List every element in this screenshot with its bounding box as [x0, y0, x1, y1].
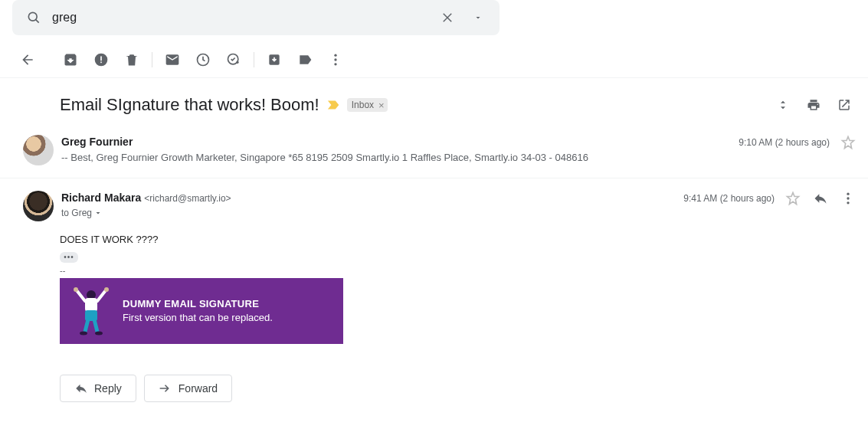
reply-button-label: Reply — [94, 382, 122, 395]
forward-button[interactable]: Forward — [144, 375, 232, 402]
signature-illustration — [72, 286, 110, 336]
email-subject: Email SIgnature that works! Boom! — [60, 95, 319, 115]
show-trimmed-content-button[interactable]: ••• — [60, 252, 78, 263]
toolbar-separator — [152, 52, 152, 67]
recipient-line[interactable]: to Greg — [61, 208, 856, 218]
svg-rect-5 — [100, 56, 102, 61]
avatar — [23, 135, 54, 165]
search-bar[interactable] — [12, 0, 500, 35]
important-marker-icon[interactable] — [327, 100, 341, 110]
reply-button[interactable]: Reply — [60, 375, 136, 402]
svg-point-21 — [80, 332, 87, 336]
labels-button[interactable] — [290, 44, 320, 75]
svg-point-15 — [847, 201, 849, 204]
message-time: 9:10 AM (2 hours ago) — [739, 137, 830, 148]
email-signature: DUMMY EMAIL SIGNATURE First version that… — [60, 278, 343, 344]
delete-button[interactable] — [116, 44, 147, 75]
remove-label-icon[interactable]: × — [377, 100, 386, 111]
toolbar — [0, 41, 868, 78]
forward-button-label: Forward — [179, 382, 218, 395]
open-new-window-button[interactable] — [833, 93, 856, 116]
expanded-message-header: Richard Makara <richard@smartly.io> 9:41… — [0, 178, 868, 228]
collapsed-message[interactable]: Greg Fournier 9:10 AM (2 hours ago) -- B… — [0, 123, 868, 178]
search-input[interactable] — [49, 11, 432, 25]
svg-point-12 — [334, 63, 336, 65]
move-to-button[interactable] — [259, 44, 290, 75]
more-icon-button[interactable] — [840, 191, 856, 206]
email-body-text: DOES IT WORK ???? — [60, 234, 856, 245]
star-button[interactable] — [785, 191, 801, 206]
label-chip-inbox[interactable]: Inbox × — [347, 98, 388, 112]
svg-point-13 — [847, 193, 849, 195]
signature-separator: -- — [60, 266, 856, 275]
star-button[interactable] — [840, 135, 856, 150]
svg-rect-17 — [85, 298, 97, 312]
email-body: DOES IT WORK ???? ••• -- DUMMY EMAIL SIG… — [0, 228, 868, 344]
back-button[interactable] — [12, 44, 43, 75]
svg-point-18 — [74, 287, 78, 292]
more-button[interactable] — [320, 44, 351, 75]
sender-email: <richard@smartly.io> — [144, 193, 231, 204]
svg-point-22 — [95, 332, 103, 336]
svg-point-14 — [847, 197, 849, 199]
message-snippet: -- Best, Greg Fournier Growth Marketer, … — [61, 152, 856, 163]
archive-button[interactable] — [55, 44, 86, 75]
subject-row: Email SIgnature that works! Boom! Inbox … — [0, 78, 868, 123]
mark-unread-button[interactable] — [157, 44, 188, 75]
signature-subtitle: First version that can be replaced. — [123, 311, 273, 325]
svg-point-19 — [104, 287, 109, 292]
search-icon[interactable] — [18, 2, 49, 33]
reply-forward-bar: Reply Forward — [0, 344, 868, 417]
snooze-button[interactable] — [188, 44, 218, 75]
sender-name: Greg Fournier — [61, 136, 133, 148]
message-time: 9:41 AM (2 hours ago) — [683, 193, 775, 204]
svg-point-11 — [334, 58, 336, 61]
svg-line-1 — [36, 20, 39, 23]
toolbar-separator — [254, 52, 254, 67]
search-options-dropdown-icon[interactable] — [463, 2, 493, 33]
print-button[interactable] — [802, 93, 825, 116]
expand-all-button[interactable] — [771, 93, 794, 116]
avatar — [23, 191, 54, 221]
show-details-icon[interactable] — [93, 208, 103, 218]
recipient-text: to Greg — [61, 208, 92, 218]
reply-icon-button[interactable] — [813, 191, 828, 206]
signature-title: DUMMY EMAIL SIGNATURE — [123, 297, 273, 311]
label-chip-text: Inbox — [352, 100, 374, 110]
add-to-tasks-button[interactable] — [218, 44, 249, 75]
svg-point-10 — [334, 54, 336, 57]
svg-point-0 — [28, 12, 37, 21]
clear-search-icon[interactable] — [432, 2, 463, 33]
svg-rect-6 — [100, 62, 102, 64]
sender-name: Richard Makara — [61, 192, 141, 204]
report-spam-button[interactable] — [86, 44, 116, 75]
